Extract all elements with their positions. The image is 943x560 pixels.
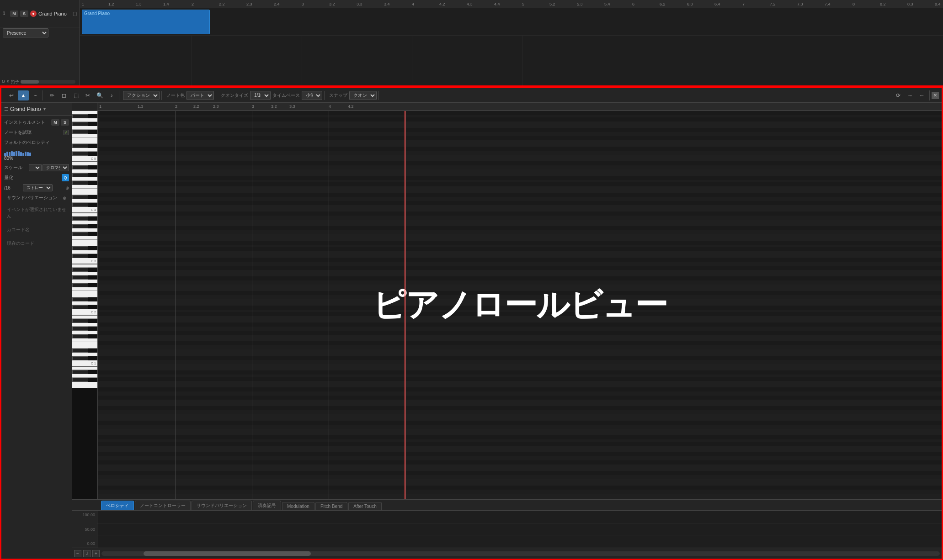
instrument-dropdown[interactable]: Presence <box>3 28 48 37</box>
key-white-c4[interactable]: C 4 <box>72 207 97 213</box>
key-white-f2[interactable] <box>72 287 97 291</box>
sound-variation-row[interactable]: サウンドバリエーション ⊕ <box>4 194 69 202</box>
key-white-c2[interactable]: C 2 <box>72 309 97 316</box>
horizontal-scrollbar-track[interactable] <box>101 551 940 556</box>
note-mode-dropdown[interactable]: ストレート <box>23 184 53 191</box>
key-white-b1[interactable] <box>72 316 97 319</box>
key-black-fs2[interactable] <box>72 283 88 287</box>
key-white-g1[interactable] <box>72 331 97 334</box>
tab-modulation[interactable]: Modulation <box>282 502 314 510</box>
key-black-as2[interactable] <box>72 268 88 272</box>
key-black-cs5[interactable] <box>72 152 88 156</box>
loop-button[interactable]: ⟳ <box>893 90 904 100</box>
track-record-button[interactable]: ● <box>30 11 37 17</box>
key-white-e1[interactable] <box>72 342 97 349</box>
undo-button[interactable]: ↩ <box>6 90 17 100</box>
key-black-gs2[interactable] <box>72 275 88 280</box>
key-black-fs3[interactable] <box>72 232 88 236</box>
key-black-as4[interactable] <box>72 165 88 169</box>
key-black-cs2[interactable] <box>72 305 88 309</box>
horizontal-scrollbar-thumb[interactable] <box>144 551 311 556</box>
key-white-a1[interactable] <box>72 323 97 327</box>
key-white-e2[interactable] <box>72 291 97 297</box>
key-black-fs1[interactable] <box>72 334 88 338</box>
key-black-cs4[interactable] <box>72 203 88 207</box>
key-black-fs5[interactable] <box>72 130 88 134</box>
select-tool-button[interactable]: ▲ <box>18 90 29 100</box>
tab-sound-variation[interactable]: サウンドバリエーション <box>192 501 252 510</box>
arrangement-lanes[interactable]: Grand Piano <box>80 8 943 85</box>
quantize-q-button[interactable]: Q <box>62 174 69 181</box>
key-white-e4[interactable] <box>72 189 97 195</box>
track-solo-button[interactable]: S <box>20 11 28 17</box>
brush-tool-button[interactable]: ⬚ <box>70 90 81 100</box>
key-white-d4[interactable] <box>72 199 97 203</box>
action-dropdown[interactable]: アクション <box>123 91 160 100</box>
glue-tool-button[interactable]: 🔍 <box>94 90 105 100</box>
key-white-d1[interactable] <box>72 353 97 356</box>
key-white-g0[interactable] <box>72 382 97 388</box>
key-white-a2[interactable] <box>72 272 97 275</box>
key-white-b5[interactable] <box>72 111 97 114</box>
scale-type-dropdown[interactable]: クロマチック <box>43 164 69 171</box>
key-black-cs3[interactable] <box>72 254 88 258</box>
scale-key-dropdown[interactable]: C <box>29 164 42 171</box>
key-white-b4[interactable] <box>72 162 97 165</box>
key-black-as3[interactable] <box>72 217 88 221</box>
close-button[interactable]: ✕ <box>932 92 939 99</box>
scrollbar-thumb-top[interactable] <box>21 80 39 84</box>
timebase-dropdown[interactable]: 小節 <box>302 91 322 100</box>
key-white-d5[interactable] <box>72 148 97 152</box>
key-black-as0[interactable] <box>72 370 88 374</box>
zoom-note-button[interactable]: ♩ <box>83 550 91 557</box>
key-black-fs4[interactable] <box>72 181 88 185</box>
tab-note-controller[interactable]: ノートコントローラー <box>135 501 191 510</box>
key-white-a3[interactable] <box>72 221 97 224</box>
key-white-b0[interactable] <box>72 367 97 370</box>
key-black-ds2[interactable] <box>72 297 88 301</box>
velocity-grid[interactable] <box>97 511 942 548</box>
midi-block-1[interactable]: Grand Piano <box>82 10 210 34</box>
snap-dropdown[interactable]: クオンタイズ <box>349 91 377 100</box>
key-black-gs3[interactable] <box>72 224 88 228</box>
key-black-gs1[interactable] <box>72 327 88 331</box>
key-white-c5[interactable]: C 5 <box>72 156 97 162</box>
key-white-b3[interactable] <box>72 213 97 217</box>
key-black-gs5[interactable] <box>72 122 88 126</box>
key-white-g2[interactable] <box>72 280 97 283</box>
note-color-dropdown[interactable]: パート <box>186 91 214 100</box>
tab-performance[interactable]: 演奏記号 <box>253 501 281 510</box>
key-black-ds4[interactable] <box>72 195 88 199</box>
key-white-f3[interactable] <box>72 236 97 240</box>
eraser-tool-button[interactable]: ◻ <box>59 90 69 100</box>
key-black-ds1[interactable] <box>72 349 88 353</box>
tab-after-touch[interactable]: After Touch <box>348 502 381 510</box>
key-white-g4[interactable] <box>72 177 97 181</box>
key-white-f1[interactable] <box>72 338 97 342</box>
quantize-dropdown[interactable]: 1/16 <box>250 91 271 100</box>
key-black-ds5[interactable] <box>72 144 88 148</box>
key-black-ds3[interactable] <box>72 246 88 250</box>
scrollbar-track-top[interactable] <box>21 80 75 84</box>
key-black-gs4[interactable] <box>72 173 88 177</box>
scissors-tool-button[interactable]: ✂ <box>82 90 93 100</box>
key-white-g3[interactable] <box>72 228 97 232</box>
tab-pitch-bend[interactable]: Pitch Bend <box>315 502 347 510</box>
key-white-a0[interactable] <box>72 374 97 378</box>
inst-s-button[interactable]: S <box>61 119 69 126</box>
key-black-gs0[interactable] <box>72 378 88 382</box>
wave-button[interactable]: ~ <box>30 90 41 100</box>
scroll-left-button[interactable]: − <box>74 550 81 557</box>
key-white-c3[interactable]: C 3 <box>72 258 97 264</box>
key-white-a4[interactable] <box>72 169 97 173</box>
key-white-a5[interactable] <box>72 118 97 122</box>
key-white-e3[interactable] <box>72 240 97 246</box>
key-black-as5[interactable] <box>72 114 88 118</box>
key-black-as1[interactable] <box>72 319 88 323</box>
pencil-tool-button[interactable]: ✏ <box>47 90 58 100</box>
tab-velocity[interactable]: ベロシティ <box>101 501 134 510</box>
key-white-e5[interactable] <box>72 137 97 144</box>
key-black-cs1[interactable] <box>72 356 88 360</box>
speaker-tool-button[interactable]: ♪ <box>106 90 117 100</box>
key-white-c1[interactable]: C 1 <box>72 360 97 367</box>
